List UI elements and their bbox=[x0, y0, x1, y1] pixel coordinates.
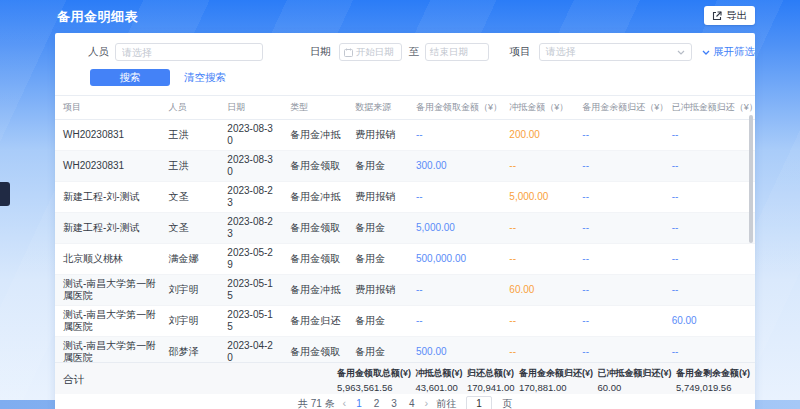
cell-type: 备用金领取 bbox=[282, 151, 347, 182]
prev-page-button[interactable]: ‹ bbox=[343, 398, 347, 409]
table-row: 北京顺义桃林满金娜2023-05-29备用金领取备用金500,000.00---… bbox=[55, 244, 755, 275]
expand-filters-link[interactable]: 展开筛选 bbox=[702, 45, 755, 59]
cell-received: 500.00 bbox=[408, 337, 501, 363]
cell-date: 2023-05-29 bbox=[219, 244, 282, 275]
cell-offset: -- bbox=[501, 306, 574, 337]
cell-person: 邵梦泽 bbox=[161, 337, 220, 363]
summary-stats: 备用金领取总额(¥)5,963,561.56冲抵总额(¥)43,601.00归还… bbox=[337, 367, 750, 393]
cell-offset: 200.00 bbox=[501, 120, 574, 151]
cell-offset_returned: -- bbox=[664, 244, 755, 275]
calendar-icon bbox=[344, 48, 353, 57]
column-header-project: 项目 bbox=[55, 96, 161, 120]
cell-date: 2023-04-20 bbox=[219, 337, 282, 363]
main-panel: 人员 日期 开始日期 至 结束日期 项目 请选择 bbox=[55, 33, 755, 409]
cell-project: WH20230831 bbox=[55, 151, 161, 182]
cell-received: 300.00 bbox=[408, 151, 501, 182]
cell-person: 王洪 bbox=[161, 120, 220, 151]
total-count: 共 71 条 bbox=[298, 397, 335, 409]
clear-search-link[interactable]: 清空搜索 bbox=[184, 71, 226, 85]
cell-project: 测试-南昌大学第一附属医院 bbox=[55, 275, 161, 306]
cell-source: 备用金 bbox=[347, 244, 408, 275]
cell-project: 北京顺义桃林 bbox=[55, 244, 161, 275]
expand-filters-label: 展开筛选 bbox=[713, 45, 755, 59]
table-row: 新建工程-刘-测试文圣2023-08-23备用金冲抵费用报销--5,000.00… bbox=[55, 182, 755, 213]
data-table-container: 项目人员日期类型数据来源备用金领取金额（¥）冲抵金额（¥）备用金余额归还（¥）已… bbox=[55, 95, 755, 362]
cell-offset_returned: -- bbox=[664, 337, 755, 363]
cell-received: -- bbox=[408, 120, 501, 151]
cell-balance_returned: -- bbox=[574, 275, 663, 306]
cell-source: 备用金 bbox=[347, 151, 408, 182]
cell-balance_returned: -- bbox=[574, 337, 663, 363]
cell-date: 2023-08-23 bbox=[219, 213, 282, 244]
table-row: 测试-南昌大学第一附属医院刘宇明2023-05-15备用金冲抵费用报销--60.… bbox=[55, 275, 755, 306]
goto-suffix: 页 bbox=[502, 397, 512, 409]
cell-balance_returned: -- bbox=[574, 244, 663, 275]
cell-received: -- bbox=[408, 275, 501, 306]
export-label: 导出 bbox=[726, 9, 747, 23]
column-header-offset_returned: 已冲抵金额归还（¥） bbox=[664, 96, 755, 120]
export-button[interactable]: 导出 bbox=[704, 6, 755, 25]
cell-type: 备用金领取 bbox=[282, 244, 347, 275]
cell-offset_returned: -- bbox=[664, 213, 755, 244]
summary-row: 合计 备用金领取总额(¥)5,963,561.56冲抵总额(¥)43,601.0… bbox=[55, 362, 755, 394]
collapsed-sidebar-handle[interactable] bbox=[0, 182, 10, 206]
cell-project: 新建工程-刘-测试 bbox=[55, 182, 161, 213]
column-header-received: 备用金领取金额（¥） bbox=[408, 96, 501, 120]
summary-stat: 备用金领取总额(¥)5,963,561.56 bbox=[337, 367, 411, 393]
table-row: WH20230831王洪2023-08-30备用金冲抵费用报销--200.00-… bbox=[55, 120, 755, 151]
cell-date: 2023-05-15 bbox=[219, 306, 282, 337]
cell-person: 刘宇明 bbox=[161, 306, 220, 337]
project-filter-select[interactable]: 请选择 bbox=[539, 43, 692, 61]
next-page-button[interactable]: › bbox=[424, 398, 428, 409]
chevron-down-icon bbox=[677, 50, 685, 55]
person-filter-input[interactable] bbox=[115, 43, 263, 61]
cell-person: 文圣 bbox=[161, 182, 220, 213]
cell-offset_returned: -- bbox=[664, 182, 755, 213]
project-select-placeholder: 请选择 bbox=[546, 45, 576, 59]
cell-balance_returned: -- bbox=[574, 151, 663, 182]
page-title: 备用金明细表 bbox=[57, 8, 138, 26]
cell-received: 500,000.00 bbox=[408, 244, 501, 275]
table-row: 新建工程-刘-测试文圣2023-08-23备用金领取备用金5,000.00---… bbox=[55, 213, 755, 244]
cell-source: 费用报销 bbox=[347, 120, 408, 151]
cell-person: 满金娜 bbox=[161, 244, 220, 275]
cell-balance_returned: -- bbox=[574, 213, 663, 244]
page-button-4[interactable]: 4 bbox=[407, 398, 417, 409]
page-button-3[interactable]: 3 bbox=[389, 398, 399, 409]
goto-page-input[interactable] bbox=[466, 396, 492, 409]
page-button-1[interactable]: 1 bbox=[354, 398, 364, 409]
summary-stat: 备用金余额归还(¥)170,881.00 bbox=[519, 367, 593, 393]
expand-chevron-icon bbox=[702, 50, 710, 55]
cell-date: 2023-08-30 bbox=[219, 120, 282, 151]
vertical-scrollbar[interactable] bbox=[749, 115, 753, 243]
page-button-2[interactable]: 2 bbox=[372, 398, 382, 409]
cell-balance_returned: -- bbox=[574, 182, 663, 213]
search-button[interactable]: 搜索 bbox=[90, 69, 170, 86]
cell-project: WH20230831 bbox=[55, 120, 161, 151]
cell-type: 备用金归还 bbox=[282, 306, 347, 337]
cell-offset: 5,000.00 bbox=[501, 182, 574, 213]
cell-project: 测试-南昌大学第一附属医院 bbox=[55, 337, 161, 363]
cell-offset_returned: -- bbox=[664, 275, 755, 306]
summary-stat: 已冲抵金额归还(¥)60.00 bbox=[597, 367, 671, 393]
summary-stat: 备用金剩余金额(¥)5,749,019.56 bbox=[676, 367, 750, 393]
page-buttons: 1234 bbox=[354, 398, 416, 409]
column-header-type: 类型 bbox=[282, 96, 347, 120]
date-start-input[interactable]: 开始日期 bbox=[339, 43, 403, 61]
person-filter-label: 人员 bbox=[88, 45, 109, 59]
summary-label: 合计 bbox=[63, 373, 84, 387]
table-row: 测试-南昌大学第一附属医院邵梦泽2023-04-20备用金领取备用金500.00… bbox=[55, 337, 755, 363]
cell-offset_returned: -- bbox=[664, 120, 755, 151]
project-filter-label: 项目 bbox=[510, 45, 531, 59]
column-header-source: 数据来源 bbox=[347, 96, 408, 120]
cell-source: 费用报销 bbox=[347, 275, 408, 306]
cell-offset: -- bbox=[501, 244, 574, 275]
table-header-row: 项目人员日期类型数据来源备用金领取金额（¥）冲抵金额（¥）备用金余额归还（¥）已… bbox=[55, 96, 755, 120]
cell-project: 测试-南昌大学第一附属医院 bbox=[55, 306, 161, 337]
cell-source: 备用金 bbox=[347, 213, 408, 244]
cell-date: 2023-08-30 bbox=[219, 151, 282, 182]
cell-date: 2023-08-23 bbox=[219, 182, 282, 213]
date-end-input[interactable]: 结束日期 bbox=[425, 43, 489, 61]
date-start-placeholder: 开始日期 bbox=[356, 46, 394, 59]
cell-type: 备用金冲抵 bbox=[282, 182, 347, 213]
